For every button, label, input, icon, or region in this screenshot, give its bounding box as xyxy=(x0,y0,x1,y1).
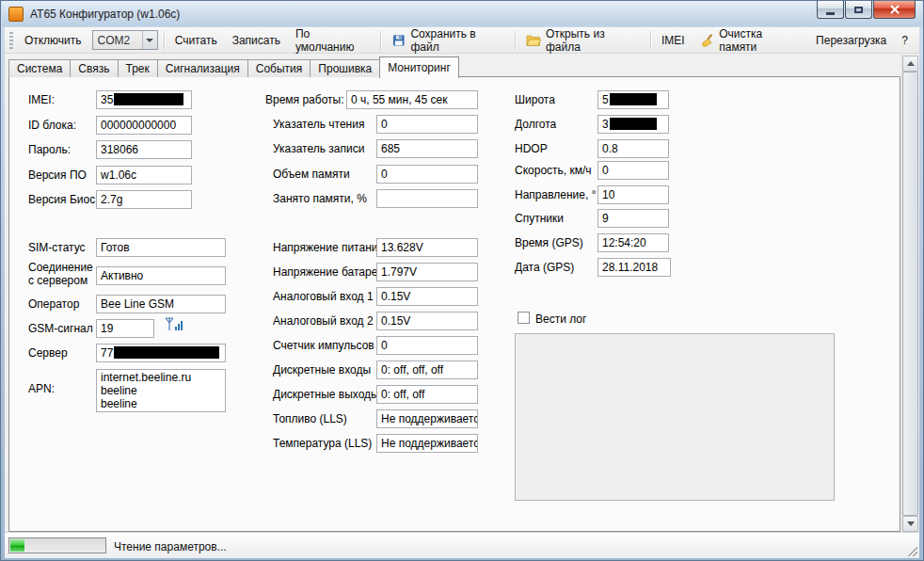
block-id-field[interactable]: 000000000000 xyxy=(96,116,192,135)
log-textarea[interactable] xyxy=(515,333,835,501)
tab-svyaz[interactable]: Связь xyxy=(70,59,118,77)
signal-bars-icon xyxy=(164,316,183,332)
read-pointer-field[interactable]: 0 xyxy=(376,115,478,134)
write-pointer-label: Указатель записи xyxy=(273,142,364,155)
discrete-inputs-field[interactable]: 0: off, off, off xyxy=(376,361,478,379)
save-to-file-button[interactable]: Сохранить в файл xyxy=(384,23,513,58)
apn-field[interactable]: internet.beeline.ru beeline beeline xyxy=(96,369,226,412)
temperature-lls-field[interactable]: Не поддерживается xyxy=(376,434,478,453)
server-field[interactable]: 77 xyxy=(96,344,226,362)
pulse-counter-label: Счетчик импульсов xyxy=(273,339,374,352)
longitude-field[interactable]: 3 xyxy=(597,115,669,134)
analog-input-2-label: Аналоговый вход 2 xyxy=(273,314,374,328)
help-button[interactable]: ? xyxy=(894,29,916,52)
clear-memory-button[interactable]: Очистка памяти xyxy=(693,23,808,58)
toolbar-grip[interactable] xyxy=(9,32,13,49)
course-field[interactable]: 10 xyxy=(597,185,669,204)
imei-button[interactable]: IMEI xyxy=(654,29,693,52)
operator-field[interactable]: Bee Line GSM xyxy=(96,295,226,313)
resize-grip[interactable] xyxy=(905,544,917,556)
supply-voltage-field[interactable]: 13.628V xyxy=(376,238,478,257)
close-button[interactable] xyxy=(873,1,916,19)
save-icon xyxy=(391,33,406,48)
log-checkbox[interactable] xyxy=(518,312,530,324)
tab-trek[interactable]: Трек xyxy=(118,59,158,77)
discrete-outputs-label: Дискретные выходы xyxy=(273,388,379,401)
toolbar-separator xyxy=(650,31,651,50)
temperature-lls-label: Температура (LLS) xyxy=(273,437,372,450)
latitude-field[interactable]: 5 xyxy=(597,90,669,109)
monitoring-page: IMEI: 35 ID блока: 000000000000 Пароль: … xyxy=(8,76,900,532)
write-pointer-field[interactable]: 685 xyxy=(376,139,478,158)
window-title: АТ65 Конфигуратор (w1.06c) xyxy=(30,8,180,21)
firmware-version-field[interactable]: w1.06c xyxy=(96,166,192,184)
bios-version-label: Версия Биос xyxy=(28,193,95,206)
satellites-field[interactable]: 9 xyxy=(597,209,669,228)
scroll-up-button[interactable] xyxy=(902,56,918,72)
tab-sobytiya[interactable]: События xyxy=(247,59,311,77)
firmware-version-label: Версия ПО xyxy=(28,168,87,182)
redaction-bar xyxy=(610,93,657,105)
open-from-file-button[interactable]: Открыть из файла xyxy=(518,23,647,58)
toolbar-separator xyxy=(164,31,165,50)
tab-signalizaciya[interactable]: Сигнализация xyxy=(157,59,248,77)
minimize-button[interactable] xyxy=(817,1,844,19)
gps-time-label: Время (GPS) xyxy=(515,236,583,249)
gps-time-field[interactable]: 12:54:20 xyxy=(597,233,669,252)
speed-field[interactable]: 0 xyxy=(597,161,669,180)
block-id-label: ID блока: xyxy=(28,119,76,132)
satellites-label: Спутники xyxy=(515,212,564,225)
tab-sistema[interactable]: Система xyxy=(8,59,71,77)
battery-voltage-label: Напряжение батареи xyxy=(273,265,384,279)
close-icon xyxy=(889,4,900,15)
battery-voltage-field[interactable]: 1.797V xyxy=(376,263,478,281)
gps-date-field[interactable]: 28.11.2018 xyxy=(597,258,671,277)
read-pointer-label: Указатель чтения xyxy=(273,118,364,131)
reboot-button[interactable]: Перезагрузка xyxy=(808,29,894,52)
gsm-signal-field[interactable]: 19 xyxy=(96,319,154,338)
server-connection-field[interactable]: Активно xyxy=(96,266,226,285)
tab-proshivka[interactable]: Прошивка xyxy=(310,59,380,77)
discrete-inputs-label: Дискретные входы xyxy=(273,363,371,377)
redaction-bar xyxy=(114,93,183,105)
memory-used-label: Занято памяти, % xyxy=(273,192,367,205)
pulse-counter-field[interactable]: 0 xyxy=(376,336,478,355)
analog-input-2-field[interactable]: 0.15V xyxy=(376,312,478,330)
supply-voltage-label: Напряжение питания xyxy=(273,241,384,254)
analog-input-1-field[interactable]: 0.15V xyxy=(376,287,478,306)
read-button[interactable]: Считать xyxy=(167,29,225,52)
disconnect-button[interactable]: Отключить xyxy=(17,29,89,52)
gsm-signal-label: GSM-сигнал xyxy=(28,322,93,335)
toolbar-separator xyxy=(515,31,516,50)
password-label: Пароль: xyxy=(28,143,71,156)
analog-input-1-label: Аналоговый вход 1 xyxy=(273,290,374,303)
memory-used-field[interactable] xyxy=(376,189,478,208)
tab-monitoring[interactable]: Мониторинг xyxy=(379,56,459,78)
memory-size-field[interactable]: 0 xyxy=(376,165,478,184)
com-port-dropdown-button[interactable] xyxy=(142,31,157,49)
sim-status-field[interactable]: Готов xyxy=(96,238,226,257)
status-bar: Чтение параметров... xyxy=(5,532,919,558)
bios-version-field[interactable]: 2.7g xyxy=(96,190,192,209)
maximize-button[interactable] xyxy=(845,1,872,19)
fuel-lls-field[interactable]: Не поддерживается xyxy=(376,409,478,428)
gps-date-label: Дата (GPS) xyxy=(515,261,574,274)
chevron-down-icon xyxy=(146,39,153,42)
hdop-field[interactable]: 0.8 xyxy=(597,139,669,158)
triangle-down-icon xyxy=(907,521,915,526)
defaults-button[interactable]: По умолчанию xyxy=(288,23,377,58)
sim-status-label: SIM-статус xyxy=(28,241,86,254)
imei-field[interactable]: 35 xyxy=(96,90,192,109)
discrete-outputs-field[interactable]: 0: off, off xyxy=(376,385,478,404)
password-field[interactable]: 318066 xyxy=(96,140,192,159)
scroll-down-button[interactable] xyxy=(902,516,918,532)
scrollbar-thumb[interactable] xyxy=(902,72,918,516)
latitude-label: Широта xyxy=(515,93,555,106)
vertical-scrollbar[interactable] xyxy=(901,56,917,532)
uptime-field[interactable]: 0 ч, 55 мин, 45 сек xyxy=(346,90,478,109)
status-text: Чтение параметров... xyxy=(114,540,227,553)
write-button[interactable]: Записать xyxy=(225,29,288,52)
app-window: АТ65 Конфигуратор (w1.06c) Отключить COM… xyxy=(0,0,924,561)
log-checkbox-label: Вести лог xyxy=(535,313,586,326)
com-port-select[interactable]: COM2 xyxy=(92,30,158,50)
